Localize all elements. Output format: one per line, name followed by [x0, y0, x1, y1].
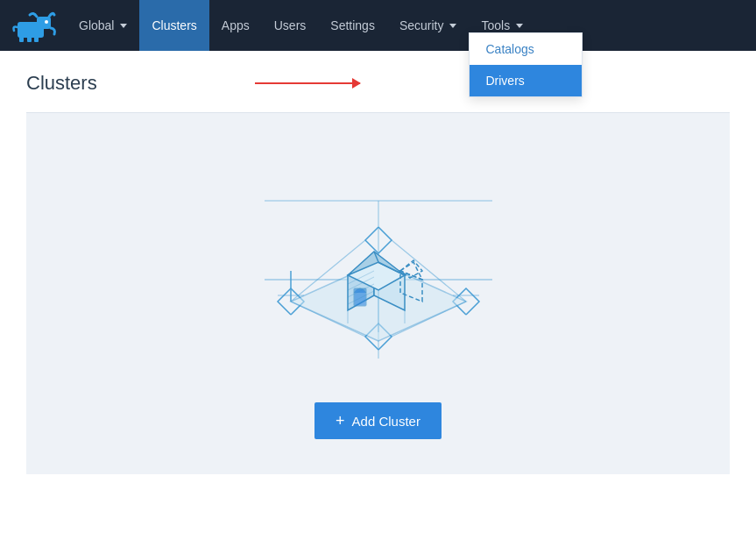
svg-rect-4	[27, 36, 32, 42]
chevron-down-icon	[120, 24, 127, 28]
svg-rect-1	[37, 17, 51, 29]
nav-item-security[interactable]: Security	[387, 0, 470, 51]
nav-item-settings[interactable]: Settings	[318, 0, 387, 51]
page-content: Clusters	[0, 51, 756, 474]
nav-item-global[interactable]: Global	[67, 0, 139, 51]
logo[interactable]	[11, 8, 60, 43]
page-title: Clusters	[26, 72, 97, 95]
top-nav: Global Clusters Apps Users Settings Secu…	[0, 0, 756, 51]
tools-dropdown-menu: Catalogs Drivers	[469, 32, 583, 97]
chevron-down-icon	[449, 24, 456, 28]
dropdown-item-catalogs[interactable]: Catalogs	[470, 33, 582, 65]
nav-items: Global Clusters Apps Users Settings Secu…	[67, 0, 535, 51]
nav-item-clusters[interactable]: Clusters	[139, 0, 208, 51]
nav-item-tools[interactable]: Tools	[469, 18, 535, 32]
nav-item-users[interactable]: Users	[262, 0, 319, 51]
svg-rect-5	[34, 36, 39, 42]
svg-rect-3	[19, 36, 24, 42]
arrow-line	[255, 82, 360, 84]
svg-point-2	[45, 20, 48, 24]
page-header: Clusters	[26, 72, 730, 95]
arrow-indicator	[255, 82, 360, 84]
cluster-empty-state: + Add Cluster	[26, 113, 730, 474]
add-cluster-button[interactable]: + Add Cluster	[314, 402, 442, 439]
cluster-illustration	[221, 148, 536, 376]
dropdown-item-drivers[interactable]: Drivers	[470, 65, 582, 96]
nav-item-tools-wrapper: Tools Catalogs Drivers	[469, 18, 535, 32]
plus-icon: +	[336, 413, 345, 429]
nav-item-apps[interactable]: Apps	[209, 0, 262, 51]
chevron-down-icon	[516, 24, 523, 28]
add-cluster-label: Add Cluster	[352, 414, 420, 429]
